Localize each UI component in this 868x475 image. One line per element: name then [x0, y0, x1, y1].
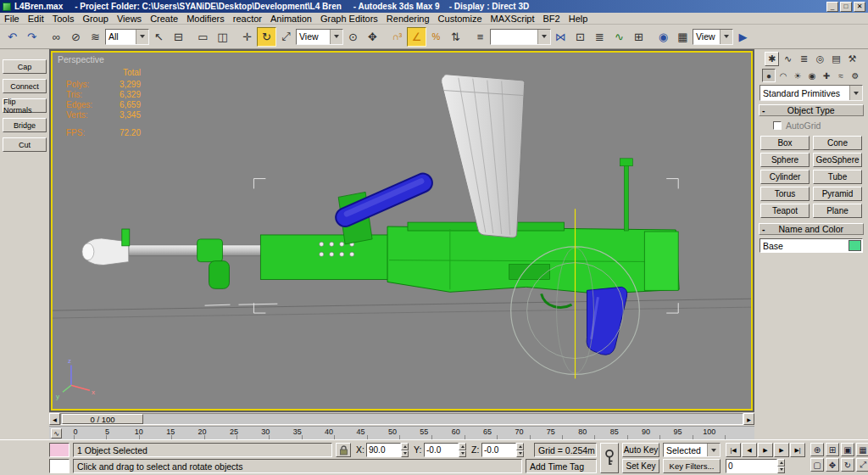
spinner-snap-icon[interactable]: ⇅ [446, 27, 465, 47]
key-filters-button[interactable]: Key Filters... [663, 459, 721, 473]
dropdown-arrow-icon[interactable] [849, 86, 862, 100]
object-type-button[interactable]: Box [760, 136, 810, 150]
menu-item[interactable]: Modifiers [182, 13, 229, 25]
menu-item[interactable]: Edit [24, 13, 48, 25]
viewport-perspective[interactable]: z x y Perspective Total Polys:3,299 Tris… [51, 51, 753, 411]
pan-icon[interactable]: ✥ [826, 458, 839, 472]
zoom-all-icon[interactable]: ⊞ [826, 443, 839, 456]
trackbar-left-arrow[interactable]: ◀ [49, 413, 60, 425]
dropdown-arrow-icon[interactable] [330, 30, 342, 44]
align-icon[interactable]: ⊡ [570, 27, 590, 47]
edit-named-selection-sets-icon[interactable]: ≡ [470, 27, 490, 47]
close-button[interactable]: ✕ [854, 2, 865, 12]
go-to-start-button[interactable]: |◀ [726, 443, 741, 457]
category-cameras[interactable]: ◉ [805, 69, 819, 82]
minimize-button[interactable]: _ [826, 2, 838, 12]
redo-icon[interactable]: ↷ [22, 27, 42, 47]
percent-snap-icon[interactable]: % [426, 27, 446, 47]
timeline-ruler[interactable]: ∿ 05101520253035404550556065707580859095… [49, 426, 754, 439]
macro-recorder-strip[interactable] [49, 443, 70, 457]
model-magazine[interactable] [442, 75, 525, 238]
object-name-input[interactable] [760, 241, 849, 251]
select-object-icon[interactable]: ↖ [149, 27, 169, 47]
maximize-button[interactable]: □ [840, 2, 852, 12]
object-type-button[interactable]: Plane [813, 204, 862, 218]
spinner-icon[interactable] [516, 443, 524, 457]
object-type-button[interactable]: Torus [760, 187, 810, 201]
sidebar-tool-button[interactable]: Bridge [3, 118, 47, 132]
viewport-canvas[interactable]: z x y [53, 53, 751, 409]
bind-to-spacewarp-icon[interactable]: ≋ [86, 27, 105, 47]
trackbar-right-arrow[interactable]: ▶ [743, 413, 754, 425]
select-and-manipulate-icon[interactable]: ✥ [363, 27, 382, 47]
category-lights[interactable]: ☀ [791, 69, 804, 82]
window-crossing-toggle-icon[interactable]: ◫ [213, 27, 232, 47]
select-by-name-icon[interactable]: ⊟ [169, 27, 188, 47]
mirror-icon[interactable]: ⋈ [551, 27, 570, 47]
menu-item[interactable]: Customize [434, 13, 487, 25]
viewport-label[interactable]: Perspective [58, 54, 104, 64]
object-type-button[interactable]: Pyramid [813, 187, 862, 201]
category-geometry[interactable]: ● [762, 69, 776, 82]
zoom-extents-all-icon[interactable]: ▦ [856, 443, 868, 456]
render-type-dropdown[interactable]: View [693, 29, 733, 45]
use-pivot-center-icon[interactable]: ⊙ [343, 27, 363, 47]
menu-item[interactable]: Create [146, 13, 182, 25]
z-coordinate-field[interactable]: -0.0 [481, 443, 524, 457]
auto-key-button[interactable]: Auto Key [622, 443, 659, 457]
sidebar-tool-button[interactable]: Flip Normals [3, 98, 47, 113]
object-type-button[interactable]: Cone [813, 136, 862, 150]
object-type-button[interactable]: Sphere [760, 153, 810, 167]
menu-item[interactable]: Views [113, 13, 146, 25]
current-frame-field[interactable]: 0 [726, 459, 785, 473]
time-slider-track[interactable]: 0 / 100 [60, 413, 743, 425]
object-type-button[interactable]: GeoSphere [813, 153, 862, 167]
select-and-move-icon[interactable]: ✛ [237, 27, 257, 47]
spinner-icon[interactable] [777, 459, 785, 473]
menu-item[interactable]: Tools [48, 13, 79, 25]
sidebar-tool-button[interactable]: Connect [3, 79, 47, 93]
object-type-button[interactable]: Cylinder [760, 170, 810, 184]
autogrid-checkbox[interactable] [773, 121, 782, 130]
arc-rotate-icon[interactable]: ↻ [841, 458, 854, 472]
snaps-toggle-icon[interactable]: ∩³ [387, 27, 407, 47]
undo-icon[interactable]: ↶ [3, 27, 22, 47]
zoom-region-icon[interactable]: ▢ [810, 458, 824, 472]
category-helpers[interactable]: ✚ [820, 69, 833, 82]
set-keys-button[interactable] [600, 443, 619, 473]
unlink-selection-icon[interactable]: ⊘ [66, 27, 86, 47]
menu-item[interactable]: Graph Editors [316, 13, 382, 25]
dropdown-arrow-icon[interactable] [537, 30, 550, 44]
tab-hierarchy[interactable]: ≣ [797, 52, 811, 66]
selection-filter-dropdown[interactable]: All [105, 29, 149, 45]
layer-manager-icon[interactable]: ≣ [590, 27, 609, 47]
sidebar-tool-button[interactable]: Cut [3, 137, 47, 152]
open-mini-curve-editor-button[interactable]: ∿ [51, 428, 62, 439]
spinner-icon[interactable] [459, 443, 466, 457]
quick-render-icon[interactable]: ▶ [733, 27, 753, 47]
category-spacewarps[interactable]: ≈ [834, 69, 848, 82]
previous-frame-button[interactable]: ◀ [742, 443, 757, 457]
next-frame-button[interactable]: ▶ [774, 443, 789, 457]
title-bar[interactable]: L4Bren.max - Project Folder: C:\Users\SY… [0, 0, 868, 13]
dropdown-arrow-icon[interactable] [136, 30, 148, 44]
rectangular-selection-region-icon[interactable]: ▭ [193, 27, 213, 47]
object-type-button[interactable]: Teapot [760, 204, 810, 218]
sidebar-tool-button[interactable]: Cap [3, 59, 47, 74]
category-shapes[interactable]: ◠ [776, 69, 790, 82]
add-time-tag-button[interactable]: Add Time Tag [526, 459, 597, 473]
menu-item[interactable]: Help [565, 13, 593, 25]
render-scene-icon[interactable]: ▦ [673, 27, 693, 47]
menu-item[interactable]: Group [78, 13, 113, 25]
dropdown-arrow-icon[interactable] [720, 30, 732, 44]
time-slider[interactable]: 0 / 100 [62, 414, 143, 424]
category-systems[interactable]: ⚙ [849, 69, 862, 82]
rollout-name-color[interactable]: - Name and Color [759, 223, 864, 235]
tab-display[interactable]: ▤ [829, 52, 843, 66]
key-mode-dropdown[interactable]: Selected [663, 443, 721, 457]
go-to-end-button[interactable]: ▶| [790, 443, 805, 457]
named-selection-dropdown[interactable] [490, 29, 551, 45]
select-and-scale-icon[interactable]: ⤢ [276, 27, 296, 47]
object-color-swatch[interactable] [849, 240, 861, 251]
tab-create[interactable]: ✱ [765, 52, 779, 66]
